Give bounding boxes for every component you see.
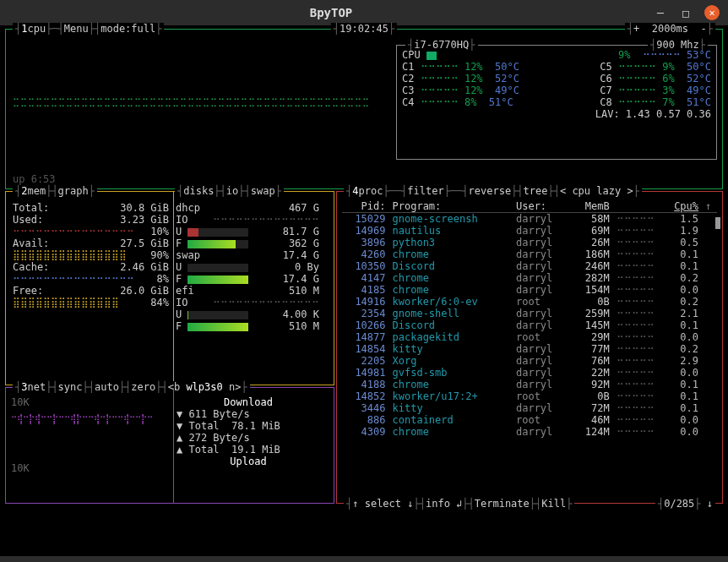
table-row[interactable]: 10350Discorddarryl246M⠒⠒⠒⠒⠒0.1 bbox=[342, 260, 717, 272]
terminal: ┤1cpu├─┤Menu├┤mode:full├ ┤19:02:45├ ┤+ 2… bbox=[0, 25, 728, 556]
disk-dhcp: dhcp bbox=[176, 202, 200, 214]
table-row[interactable]: 3896python3darryl26M⠒⠒⠒⠒⠒0.5 bbox=[342, 237, 717, 248]
mem-cache: 2.46 GiB bbox=[120, 261, 169, 273]
net-zero[interactable]: zero bbox=[131, 381, 155, 393]
table-row[interactable]: 14854kittydarryl77M⠒⠒⠒⠒⠒0.2 bbox=[342, 343, 717, 355]
mem-panel: ┤2mem├┤graph├ ┤disks├┤io├┤swap├ Total:30… bbox=[5, 191, 334, 385]
table-row[interactable]: 4147chromedarryl282M⠒⠒⠒⠒⠒0.2 bbox=[342, 272, 717, 284]
mem-swap[interactable]: swap bbox=[251, 185, 275, 197]
table-row[interactable]: 15029gnome-screenshdarryl58M⠒⠒⠒⠒⠒1.5 bbox=[342, 213, 717, 226]
mem-used: 3.23 GiB bbox=[120, 214, 169, 226]
net-divider bbox=[173, 388, 174, 503]
proc-filter[interactable]: filter bbox=[407, 185, 443, 197]
disk-efi: efi bbox=[176, 285, 194, 297]
cpu-core-row: C4 ⠒⠒⠒⠒⠒ 8% 51°CC8 ⠒⠒⠒⠒⠒ 7% 51°C bbox=[402, 96, 711, 108]
cpu-core-row: C1 ⠒⠒⠒⠒⠒ 12% 50°CC5 ⠒⠒⠒⠒⠒ 9% 50°C bbox=[402, 61, 711, 73]
net-iface: wlp3s0 bbox=[186, 381, 222, 393]
proc-panel: ┤4proc├──┤filter├──┤reverse├┤tree├┤< cpu… bbox=[336, 191, 723, 504]
table-row[interactable]: 2354gnome-shelldarryl259M⠒⠒⠒⠒⠒2.1 bbox=[342, 308, 717, 319]
cpu-mhz: 900 Mhz bbox=[656, 39, 699, 51]
window-title: BpyTOP bbox=[8, 6, 654, 19]
proc-table: Pid: Program: User: MemB Cpu% ↑ 15029gno… bbox=[342, 200, 717, 438]
mem-label: mem bbox=[27, 185, 46, 197]
cpu-mode-label: mode: bbox=[101, 23, 131, 35]
net-sync[interactable]: sync bbox=[58, 381, 83, 393]
table-row[interactable]: 14981gvfsd-smbdarryl22M⠒⠒⠒⠒⠒0.0 bbox=[342, 367, 717, 379]
mem-total: 30.8 GiB bbox=[120, 202, 169, 214]
cpu-core-row: C2 ⠒⠒⠒⠒⠒ 12% 52°CC6 ⠒⠒⠒⠒⠒ 6% 52°C bbox=[402, 73, 711, 85]
titlebar: BpyTOP ─ □ ✕ bbox=[0, 0, 728, 25]
table-row[interactable]: 14852kworker/u17:2+root0B⠒⠒⠒⠒⠒0.1 bbox=[342, 390, 717, 402]
close-button[interactable]: ✕ bbox=[704, 5, 720, 20]
net-upload-total: 19.1 MiB bbox=[231, 444, 280, 456]
cpu-uptime: up 6:53 bbox=[13, 173, 56, 185]
proc-kill[interactable]: Kill bbox=[541, 498, 566, 510]
net-panel: ┤3net├┤sync├┤auto├┤zero├┤<b wlp3s0 n>├ 1… bbox=[5, 387, 334, 504]
table-row[interactable]: 4260chromedarryl186M⠒⠒⠒⠒⠒0.1 bbox=[342, 248, 717, 260]
proc-header: Pid: Program: User: MemB Cpu% ↑ bbox=[342, 200, 717, 213]
net-next[interactable]: n> bbox=[229, 381, 241, 393]
proc-scrollbar[interactable] bbox=[715, 217, 720, 229]
cpu-clock: 19:02:45 bbox=[340, 23, 388, 35]
cpu-overall-temp: 53°C bbox=[687, 49, 711, 61]
cpu-lav: LAV: 1.43 0.57 0.36 bbox=[595, 108, 711, 120]
proc-select[interactable]: select bbox=[365, 498, 401, 510]
table-row[interactable]: 14877packagekitdroot29M⠒⠒⠒⠒⠒0.0 bbox=[342, 331, 717, 343]
cpu-label: cpu bbox=[27, 23, 46, 35]
table-row[interactable]: 3446kittydarryl72M⠒⠒⠒⠒⠒0.1 bbox=[342, 402, 717, 414]
cpu-mode[interactable]: full bbox=[131, 23, 155, 35]
proc-sort[interactable]: cpu lazy bbox=[572, 185, 621, 197]
cpu-detail: ┤i7-6770HQ├ ┤900 Mhz├ CPU 9% ⠒⠒⠒⠒⠒ 53°C … bbox=[396, 45, 717, 160]
proc-terminate[interactable]: Terminate bbox=[475, 498, 530, 510]
table-row[interactable]: 4185chromedarryl154M⠒⠒⠒⠒⠒0.0 bbox=[342, 284, 717, 296]
minimize-button[interactable]: ─ bbox=[654, 6, 667, 19]
mem-stats: Total:30.8 GiB Used:3.23 GiB ⠒⠒⠒⠒⠒⠒⠒⠒⠒⠒⠒… bbox=[13, 202, 169, 332]
cpu-core-row: C3 ⠒⠒⠒⠒⠒ 12% 49°CC7 ⠒⠒⠒⠒⠒ 3% 49°C bbox=[402, 85, 711, 96]
cpu-graph: ⠒⠒⠒⠒⠒⠒⠒⠒⠒⠒⠒⠒⠒⠒⠒⠒⠒⠒⠒⠒⠒⠒⠒⠒⠒⠒⠒⠒⠒⠒⠒⠒⠒⠒⠒⠒⠒⠒⠒⠒… bbox=[13, 97, 384, 111]
net-auto[interactable]: auto bbox=[95, 381, 119, 393]
cpu-overall-pct: 9% bbox=[618, 49, 630, 61]
maximize-button[interactable]: □ bbox=[679, 6, 693, 19]
table-row[interactable]: 14969nautilusdarryl69M⠒⠒⠒⠒⠒1.9 bbox=[342, 225, 717, 237]
disk-stats: dhcp467 G IO⠒⠒⠒⠒⠒⠒⠒⠒⠒⠒⠒⠒⠒⠒ U 81.7 G F 36… bbox=[176, 202, 319, 332]
mem-divider bbox=[173, 192, 174, 385]
cpu-panel: ┤1cpu├─┤Menu├┤mode:full├ ┤19:02:45├ ┤+ 2… bbox=[5, 29, 723, 189]
proc-label: proc bbox=[358, 185, 383, 197]
net-upload-rate: 272 Byte/s bbox=[188, 432, 249, 444]
table-row[interactable]: 10266Discorddarryl145M⠒⠒⠒⠒⠒0.1 bbox=[342, 319, 717, 331]
disk-swap: swap bbox=[176, 249, 200, 261]
mem-graph[interactable]: graph bbox=[58, 185, 89, 197]
net-download-total: 78.1 MiB bbox=[231, 420, 280, 432]
table-row[interactable]: 2205Xorgdarryl76M⠒⠒⠒⠒⠒2.9 bbox=[342, 355, 717, 367]
cpu-menu[interactable]: Menu bbox=[64, 23, 89, 35]
net-download-title: Download bbox=[177, 396, 320, 408]
mem-avail: 27.5 GiB bbox=[120, 237, 169, 249]
net-graph: 10K ⠀⢀⠀⡀⢀⠀⠀⡀⠀⠀⢀⡀⠀⠀⢀⠀⡀⠀⠀⢀⠀⠀⡀⠀ ⠒⢾⠒⡗⢾⠒⠒⡗⠒⠒⢾… bbox=[11, 396, 171, 474]
table-row[interactable]: 14916kworker/6:0-evroot0B⠒⠒⠒⠒⠒0.2 bbox=[342, 296, 717, 308]
table-row[interactable]: 886containerdroot46M⠒⠒⠒⠒⠒0.0 bbox=[342, 414, 717, 426]
table-row[interactable]: 4309chromedarryl124M⠒⠒⠒⠒⠒0.0 bbox=[342, 426, 717, 438]
proc-info[interactable]: info bbox=[426, 498, 450, 510]
cpu-overall-bar bbox=[426, 52, 437, 60]
mem-io[interactable]: io bbox=[226, 185, 238, 197]
cpu-model: i7-6770HQ bbox=[414, 39, 469, 51]
net-download-rate: 611 Byte/s bbox=[188, 408, 249, 420]
mem-free: 26.0 GiB bbox=[120, 285, 169, 297]
net-label: net bbox=[27, 381, 46, 393]
cpu-delay[interactable]: 2000ms bbox=[652, 23, 688, 35]
proc-position: 0/285 bbox=[664, 498, 694, 510]
net-info: Download ▼ 611 Byte/s ▼ Total 78.1 MiB ▲… bbox=[177, 396, 320, 474]
proc-tree[interactable]: tree bbox=[524, 185, 548, 197]
table-row[interactable]: 4188chromedarryl92M⠒⠒⠒⠒⠒0.1 bbox=[342, 379, 717, 390]
net-upload-title: Upload bbox=[177, 456, 320, 467]
mem-disks[interactable]: disks bbox=[183, 185, 214, 197]
proc-reverse[interactable]: reverse bbox=[469, 185, 512, 197]
